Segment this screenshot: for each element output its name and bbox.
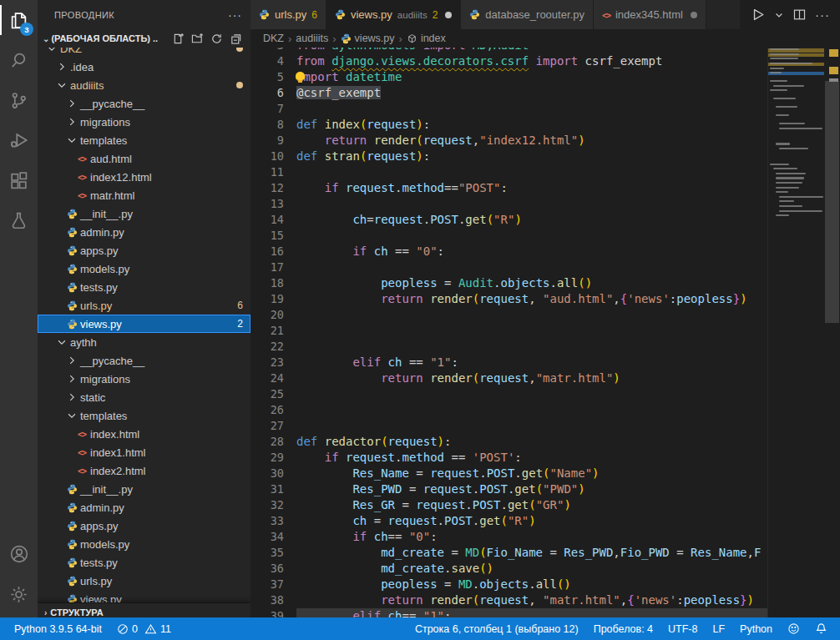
code-line-39[interactable]: 39 elif ch== "1": [250, 608, 768, 617]
tree-item-admin.py[interactable]: admin.py [38, 223, 250, 241]
code-line-34[interactable]: 34 if ch== "0": [250, 529, 768, 545]
code-line-27[interactable]: 27 [250, 418, 768, 434]
code-line-37[interactable]: 37 peopless = MD.objects.all() [250, 577, 768, 592]
tree-item-urls.py[interactable]: urls.py [38, 572, 250, 590]
tree-item-__pycache__[interactable]: __pycache__ [38, 351, 250, 370]
tree-item-views.py[interactable]: views.py2 [38, 315, 250, 333]
code-line-29[interactable]: 29 if request.method == 'POST': [250, 450, 768, 466]
refresh-icon[interactable] [210, 33, 223, 45]
code-line-7[interactable]: 7 [250, 101, 768, 117]
tree-item-apps.py[interactable]: apps.py [38, 241, 250, 260]
breadcrumb-item-audiiits[interactable]: audiiits [296, 33, 328, 44]
code-line-18[interactable]: 18 peopless = Audit.objects.all() [250, 275, 768, 291]
run-dropdown-chevron-icon[interactable] [774, 10, 784, 20]
tree-item-index1.html[interactable]: <>index1.html [38, 443, 250, 461]
code-line-5[interactable]: 5import datetime [250, 69, 768, 85]
indentation-status[interactable]: Пробелов: 4 [586, 623, 660, 635]
problems-status[interactable]: 0 11 [109, 623, 179, 635]
code-line-31[interactable]: 31 Res_PWD = request.POST.get("PWD") [250, 481, 768, 497]
tree-item-DKZ[interactable]: DKZ [38, 48, 250, 58]
tree-item-urls.py[interactable]: urls.py6 [38, 296, 250, 315]
outline-section-header[interactable]: › СТРУКТУРА [38, 602, 250, 617]
code-line-3[interactable]: 3from aythh.models import MD,Audit [250, 48, 768, 53]
code-line-38[interactable]: 38 return render(request, "matr.html",{'… [250, 592, 768, 608]
lightbulb-icon[interactable] [296, 72, 305, 80]
workspace-section-header[interactable]: ⌄ (РАБОЧАЯ ОБЛАСТЬ) ... [38, 29, 250, 48]
run-and-debug-icon[interactable] [0, 120, 38, 160]
tree-item-__pycache__[interactable]: __pycache__ [38, 94, 250, 113]
code-line-14[interactable]: 14 ch=request.POST.get("R") [250, 212, 768, 228]
code-line-33[interactable]: 33 ch = request.POST.get("R") [250, 513, 768, 529]
explorer-more-actions-icon[interactable]: ··· [228, 8, 242, 22]
minimap[interactable] [767, 48, 824, 617]
tab-views.py[interactable]: views.pyaudiiits2 [326, 0, 461, 29]
scrollbar-thumb[interactable] [825, 81, 839, 323]
breadcrumb-item-views.py[interactable]: views.py [341, 33, 395, 44]
tree-item-.idea[interactable]: .idea [38, 58, 250, 76]
code-line-8[interactable]: 8def index(request): [250, 117, 768, 133]
code-line-10[interactable]: 10def stran(request): [250, 149, 768, 164]
tree-item-apps.py[interactable]: apps.py [38, 517, 250, 535]
tree-item-tests.py[interactable]: tests.py [38, 278, 250, 296]
dirty-dot-icon[interactable] [691, 12, 697, 18]
code-line-25[interactable]: 25 [250, 386, 768, 402]
split-editor-button[interactable] [792, 8, 807, 22]
code-area[interactable]: 3from aythh.models import MD,Audit4from … [250, 48, 768, 617]
extensions-icon[interactable] [0, 160, 38, 200]
tree-item-__init__.py[interactable]: __init__.py [38, 480, 250, 498]
feedback-icon[interactable] [780, 622, 807, 635]
testing-icon[interactable] [0, 200, 38, 240]
tree-item-index12.html[interactable]: <>index12.html [38, 168, 250, 186]
python-interpreter-status[interactable]: Python 3.9.5 64-bit [7, 623, 109, 635]
settings-gear-icon[interactable] [0, 574, 38, 614]
tree-item-templates[interactable]: templates [38, 406, 250, 425]
tree-item-index.html[interactable]: <>index.html [38, 425, 250, 443]
cursor-position-status[interactable]: Строка 6, столбец 1 (выбрано 12) [407, 623, 586, 635]
tab-database_roouter.py[interactable]: database_roouter.py [461, 0, 594, 29]
tree-item-aythh[interactable]: aythh [38, 333, 250, 351]
code-line-6[interactable]: 6@csrf_exempt [250, 85, 768, 101]
tree-item-tests.py[interactable]: tests.py [38, 553, 250, 572]
tree-item-models.py[interactable]: models.py [38, 535, 250, 553]
code-line-30[interactable]: 30 Res_Name = request.POST.get("Name") [250, 466, 768, 481]
explorer-icon[interactable]: 3 [0, 0, 38, 40]
new-folder-icon[interactable] [191, 33, 204, 45]
code-line-23[interactable]: 23 elif ch == "1": [250, 355, 768, 370]
code-line-9[interactable]: 9 return render(request,"index12.html") [250, 133, 768, 149]
code-line-21[interactable]: 21 [250, 323, 768, 339]
collapse-all-icon[interactable] [230, 33, 242, 45]
account-icon[interactable] [0, 534, 38, 574]
breadcrumb-item-DKZ[interactable]: DKZ [263, 33, 284, 44]
new-file-icon[interactable] [172, 33, 185, 45]
code-line-11[interactable]: 11 [250, 164, 768, 180]
tree-item-migrations[interactable]: migrations [38, 370, 250, 388]
search-icon[interactable] [0, 40, 38, 80]
code-line-35[interactable]: 35 md_create = MD(Fio_Name = Res_PWD,Fio… [250, 545, 768, 561]
code-line-20[interactable]: 20 [250, 307, 768, 323]
code-line-12[interactable]: 12 if request.method=="POST": [250, 180, 768, 196]
tab-urls.py[interactable]: urls.py6 [250, 0, 326, 29]
breadcrumb-item-index[interactable]: index [407, 33, 446, 44]
eol-status[interactable]: LF [705, 623, 732, 635]
code-line-22[interactable]: 22 [250, 339, 768, 355]
tree-item-index2.html[interactable]: <>index2.html [38, 461, 250, 480]
encoding-status[interactable]: UTF-8 [660, 623, 705, 635]
more-actions-button[interactable]: ··· [815, 8, 830, 22]
tree-item-admin.py[interactable]: admin.py [38, 498, 250, 517]
tree-item-__init__.py[interactable]: __init__.py [38, 204, 250, 223]
code-line-19[interactable]: 19 return render(request, "aud.html",{'n… [250, 291, 768, 307]
code-line-24[interactable]: 24 return render(request,"matr.html") [250, 370, 768, 386]
notifications-bell-icon[interactable] [807, 622, 835, 635]
tree-item-audiiits[interactable]: audiiits [38, 76, 250, 94]
code-line-13[interactable]: 13 [250, 196, 768, 212]
code-line-15[interactable]: 15 [250, 228, 768, 244]
run-button[interactable] [750, 7, 766, 23]
code-line-32[interactable]: 32 Res_GR = request.POST.get("GR") [250, 497, 768, 513]
code-line-36[interactable]: 36 md_create.save() [250, 561, 768, 577]
tree-item-migrations[interactable]: migrations [38, 113, 250, 131]
code-line-26[interactable]: 26 [250, 402, 768, 418]
editor-scrollbar[interactable] [824, 48, 840, 617]
code-line-28[interactable]: 28def redactor(request): [250, 434, 768, 450]
tree-item-static[interactable]: static [38, 388, 250, 406]
tab-index345.html[interactable]: <>index345.html [594, 0, 706, 29]
